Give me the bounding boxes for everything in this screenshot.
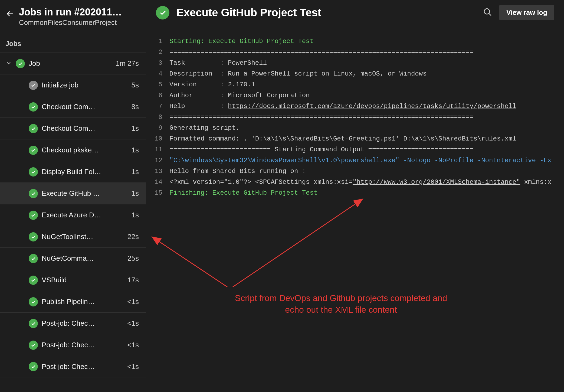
log-line: 2=======================================…	[146, 47, 564, 58]
job-step-duration: 8s	[132, 103, 140, 111]
log-line: 8=======================================…	[146, 112, 564, 123]
check-icon	[29, 81, 38, 90]
job-step-duration: 25s	[127, 254, 140, 263]
job-step-row[interactable]: Execute GitHub …1s	[0, 182, 146, 204]
job-parent-row[interactable]: Job1m 27s	[0, 53, 146, 74]
check-icon	[29, 124, 38, 133]
check-icon	[29, 319, 38, 328]
log-line: 3Task : PowerShell	[146, 58, 564, 68]
log-line: 11========================== Starting Co…	[146, 144, 564, 155]
log-line: 12"C:\windows\System32\WindowsPowerShell…	[146, 155, 564, 166]
line-number: 1	[146, 36, 169, 47]
line-content: "C:\windows\System32\WindowsPowerShell\v…	[169, 155, 551, 166]
line-number: 10	[146, 133, 169, 144]
job-step-row[interactable]: Publish Pipelin…<1s	[0, 291, 146, 312]
line-number: 13	[146, 166, 169, 177]
line-number: 9	[146, 123, 169, 133]
line-content: Author : Microsoft Corporation	[169, 90, 310, 101]
log-output[interactable]: 1Starting: Execute GitHub Project Test2=…	[146, 25, 564, 198]
line-number: 8	[146, 112, 169, 123]
log-line: 4Description : Run a PowerShell script o…	[146, 68, 564, 79]
job-step-row[interactable]: Checkout pkske…1s	[0, 139, 146, 161]
job-label: Job	[29, 59, 112, 68]
job-step-row[interactable]: Initialize job5s	[0, 74, 146, 96]
job-step-duration: 1s	[132, 211, 140, 219]
line-content: Description : Run a PowerShell script on…	[169, 68, 427, 79]
job-step-label: Post-job: Chec…	[42, 341, 123, 349]
log-line: 6Author : Microsoft Corporation	[146, 90, 564, 101]
svg-point-0	[484, 9, 490, 14]
annotation-text: Script from DevOps and Github projects c…	[219, 292, 463, 316]
job-step-duration: 5s	[132, 81, 140, 89]
job-step-label: Display Build Fol…	[42, 168, 128, 176]
job-step-duration: <1s	[127, 341, 140, 349]
check-icon	[29, 232, 38, 241]
check-icon	[29, 297, 38, 306]
job-step-row[interactable]: Display Build Fol…1s	[0, 161, 146, 182]
job-step-row[interactable]: Post-job: Chec…<1s	[0, 356, 146, 377]
line-content: ========================== Starting Comm…	[169, 144, 473, 155]
job-step-row[interactable]: Checkout Com…8s	[0, 96, 146, 117]
line-content: Hello from Shared Bits running on !	[169, 166, 306, 177]
log-line: 14<?xml version="1.0"?> <SPCAFSettings x…	[146, 177, 564, 188]
job-step-label: Post-job: Chec…	[42, 362, 123, 371]
check-icon	[16, 59, 25, 68]
project-name: CommonFilesConsumerProject	[19, 18, 122, 27]
job-step-duration: <1s	[127, 319, 140, 328]
line-number: 12	[146, 155, 169, 166]
line-content: Help : https://docs.microsoft.com/azure/…	[169, 101, 516, 112]
job-step-label: Execute Azure D…	[42, 211, 128, 219]
view-raw-log-button[interactable]: View raw log	[499, 5, 554, 20]
job-step-duration: 1s	[132, 124, 140, 133]
line-number: 6	[146, 90, 169, 101]
jobs-heading: Jobs	[0, 29, 146, 53]
chevron-down-icon	[5, 60, 12, 67]
job-step-row[interactable]: Post-job: Chec…<1s	[0, 312, 146, 334]
job-step-row[interactable]: NuGetToolInst…22s	[0, 226, 146, 247]
line-content: ========================================…	[169, 112, 473, 123]
job-step-label: VSBuild	[42, 276, 124, 284]
log-line: 9Generating script.	[146, 123, 564, 133]
job-step-duration: <1s	[127, 362, 140, 371]
check-icon	[29, 167, 38, 177]
back-arrow-icon[interactable]	[5, 6, 15, 19]
line-content: Formatted command: . 'D:\a\1\s\SharedBit…	[169, 133, 516, 144]
log-line: 7Help : https://docs.microsoft.com/azure…	[146, 101, 564, 112]
check-icon	[156, 6, 169, 19]
job-step-row[interactable]: Checkout Com…1s	[0, 117, 146, 139]
log-line: 5Version : 2.170.1	[146, 79, 564, 90]
line-number: 15	[146, 188, 169, 198]
line-number: 7	[146, 101, 169, 112]
log-line: 15Finishing: Execute GitHub Project Test	[146, 188, 564, 198]
check-icon	[29, 146, 38, 155]
line-content: Task : PowerShell	[169, 58, 267, 68]
check-icon	[29, 189, 38, 198]
job-step-row[interactable]: VSBuild17s	[0, 269, 146, 291]
log-line: 1Starting: Execute GitHub Project Test	[146, 36, 564, 47]
job-step-label: Checkout Com…	[42, 124, 128, 133]
line-content: ========================================…	[169, 47, 473, 58]
line-number: 4	[146, 68, 169, 79]
line-content: Version : 2.170.1	[169, 79, 255, 90]
job-step-label: NuGetComma…	[42, 254, 124, 263]
step-title: Execute GitHub Project Test	[176, 6, 476, 19]
check-icon	[29, 102, 38, 112]
job-step-row[interactable]: NuGetComma…25s	[0, 247, 146, 269]
job-step-duration: 1s	[132, 146, 140, 154]
line-number: 14	[146, 177, 169, 188]
check-icon	[29, 211, 38, 220]
check-icon	[29, 254, 38, 263]
line-content: <?xml version="1.0"?> <SPCAFSettings xml…	[169, 177, 551, 188]
job-step-row[interactable]: Post-job: Chec…<1s	[0, 334, 146, 356]
job-step-label: Checkout pkske…	[42, 146, 128, 154]
job-step-label: Initialize job	[42, 81, 128, 89]
line-number: 2	[146, 47, 169, 58]
line-content: Finishing: Execute GitHub Project Test	[169, 188, 317, 198]
job-step-duration: 22s	[127, 233, 140, 241]
job-list: Job1m 27sInitialize job5sCheckout Com…8s…	[0, 53, 146, 377]
check-icon	[29, 362, 38, 371]
job-step-duration: 1s	[132, 189, 140, 198]
log-panel: Execute GitHub Project Test View raw log…	[146, 0, 564, 392]
search-icon[interactable]	[483, 8, 492, 18]
job-step-row[interactable]: Execute Azure D…1s	[0, 204, 146, 226]
